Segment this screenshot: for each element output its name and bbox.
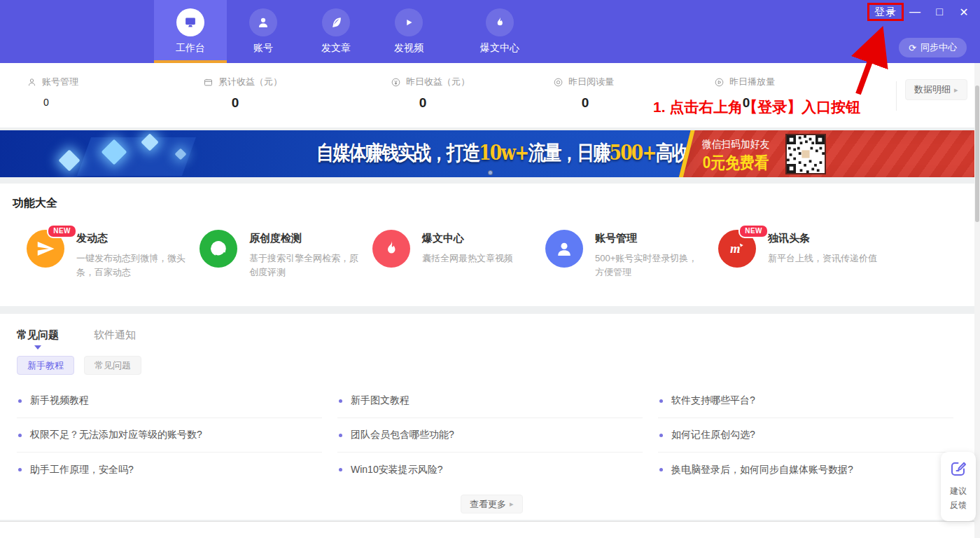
- flame-icon: [381, 238, 402, 259]
- tab-publish-video[interactable]: 发视频: [372, 0, 445, 63]
- faq-item[interactable]: 新手视频教程: [17, 384, 322, 418]
- minimize-icon[interactable]: —: [907, 4, 923, 20]
- pill-beginner-tutorial[interactable]: 新手教程: [17, 356, 74, 375]
- stat-yesterday-income: 昨日收益（元） 0: [391, 76, 553, 111]
- faq-item[interactable]: 助手工作原理，安全吗?: [17, 453, 322, 487]
- tab-software-notices[interactable]: 软件通知: [94, 329, 136, 342]
- yen-circle-icon: [391, 77, 401, 88]
- faq-item[interactable]: 软件支持哪些平台?: [658, 384, 953, 418]
- stat-value: 0: [214, 95, 256, 111]
- promo-line2: 0元免费看: [697, 152, 774, 174]
- stat-value: 0: [564, 95, 606, 111]
- faq-item[interactable]: 权限不足？无法添加对应等级的账号数?: [17, 418, 322, 453]
- svg-text:m: m: [730, 241, 741, 256]
- sync-label: 同步中心: [920, 41, 957, 54]
- user-icon: [554, 238, 575, 259]
- faq-item[interactable]: 如何记住原创勾选?: [658, 418, 953, 453]
- new-badge: NEW: [47, 224, 77, 238]
- promo-banner[interactable]: 自媒体赚钱实战，打造10w+流量，日赚500+高收益玩法 微信扫码加好友 0元免…: [0, 130, 974, 177]
- scrollbar-thumb[interactable]: [975, 85, 979, 222]
- sync-refresh-icon: ⟳: [909, 43, 916, 53]
- stats-bar: 账号管理 0 累计收益（元） 0 昨日收益（元） 0 昨日阅读量 0: [0, 63, 974, 127]
- tab-workbench[interactable]: 工作台: [154, 0, 227, 63]
- gauge-icon: [208, 238, 229, 259]
- feature-duxun-toutiao[interactable]: m NEW 独讯头条 新平台上线，资讯传递价值: [718, 230, 891, 280]
- tab-label: 发文章: [321, 42, 351, 55]
- stat-total-income: 累计收益（元） 0: [203, 76, 391, 111]
- window-controls: ≡ — □ ✕: [883, 4, 972, 20]
- tab-common-questions[interactable]: 常见问题: [17, 329, 59, 342]
- maximize-icon[interactable]: □: [932, 4, 947, 20]
- bottom-strip: [0, 521, 980, 538]
- faq-item[interactable]: 新手图文教程: [337, 384, 643, 418]
- stat-value: 0: [43, 97, 203, 108]
- tab-label: 发视频: [394, 42, 424, 55]
- sync-center-button[interactable]: ⟳ 同步中心: [899, 38, 967, 57]
- close-icon[interactable]: ✕: [956, 4, 972, 20]
- tab-publish-article[interactable]: 发文章: [300, 0, 372, 63]
- tab-label: 工作台: [176, 42, 205, 55]
- workbench-monitor-icon: [176, 8, 204, 36]
- publish-article-pen-icon: [322, 8, 350, 36]
- main-nav: 工作台 账号 发文章 发视频 爆文中心: [154, 0, 536, 63]
- duxun-m-logo-icon: m: [727, 238, 748, 259]
- chevron-right-icon: ▸: [510, 499, 514, 509]
- paper-plane-icon: [35, 238, 56, 259]
- new-badge: NEW: [738, 224, 769, 238]
- read-circle-icon: [553, 77, 564, 88]
- faq-item[interactable]: Win10安装提示风险?: [337, 453, 643, 487]
- faq-item[interactable]: 团队会员包含哪些功能?: [337, 418, 643, 453]
- play-circle-icon: [714, 77, 724, 88]
- stat-value: 0: [402, 95, 444, 111]
- faq-section: 常见问题 软件通知 新手教程 常见问题 新手视频教程 新手图文教程 软件支持哪些…: [0, 314, 974, 520]
- feature-account-management[interactable]: 账号管理 500+账号实时登录切换，方便管理: [545, 230, 718, 280]
- annotation-arrow-icon: [837, 21, 900, 97]
- feedback-button[interactable]: 建议 反馈: [941, 452, 976, 521]
- banner-promo: 微信扫码加好友 0元免费看: [693, 138, 778, 174]
- wallet-card-icon: [203, 77, 214, 88]
- tab-label: 账号: [253, 42, 273, 55]
- pill-common-questions[interactable]: 常见问题: [84, 356, 141, 375]
- data-detail-button[interactable]: 数据明细 ▸: [905, 79, 967, 100]
- account-user-icon: [249, 8, 277, 36]
- stat-account-management: 账号管理 0: [27, 76, 203, 111]
- faq-item[interactable]: 换电脑登录后，如何同步自媒体账号数据?: [658, 453, 953, 487]
- features-section: 功能大全 NEW 发动态 一键发布动态到微博，微头条，百家动态 原创度检测: [0, 184, 974, 306]
- app-header: 工作台 账号 发文章 发视频 爆文中心 登录 ≡: [0, 0, 980, 63]
- banner-headline: 自媒体赚钱实战，打造10w+流量，日赚500+高收益玩法: [316, 139, 737, 167]
- feature-hot-article-center[interactable]: 爆文中心 囊括全网最热文章视频: [372, 230, 545, 280]
- feedback-label: 建议 反馈: [941, 484, 976, 513]
- chevron-right-icon: ▸: [954, 85, 958, 95]
- user-outline-icon: [27, 77, 37, 88]
- tutorial-step-annotation: 1. 点击右上角【登录】入口按钮: [653, 97, 860, 117]
- wechat-qr-code: [785, 134, 826, 174]
- carousel-dot[interactable]: [488, 170, 493, 175]
- features-title: 功能大全: [13, 196, 57, 211]
- tab-label: 爆文中心: [480, 42, 519, 55]
- faq-list: 新手视频教程 新手图文教程 软件支持哪些平台? 权限不足？无法添加对应等级的账号…: [17, 384, 953, 487]
- hot-article-flame-icon: [486, 8, 514, 36]
- promo-line1: 微信扫码加好友: [696, 138, 775, 151]
- feature-originality-check[interactable]: 原创度检测 基于搜索引擎全网检索，原创度评测: [200, 230, 372, 280]
- tab-accounts[interactable]: 账号: [227, 0, 300, 63]
- publish-video-play-icon: [395, 8, 423, 36]
- menu-icon[interactable]: ≡: [883, 4, 898, 20]
- glow-cube-icon: [58, 149, 80, 171]
- view-more-button[interactable]: 查看更多 ▸: [461, 495, 523, 513]
- feedback-pen-icon: [950, 460, 967, 477]
- feature-post-dynamic[interactable]: NEW 发动态 一键发布动态到微博，微头条，百家动态: [27, 230, 200, 280]
- tab-hot-article-center[interactable]: 爆文中心: [463, 0, 536, 63]
